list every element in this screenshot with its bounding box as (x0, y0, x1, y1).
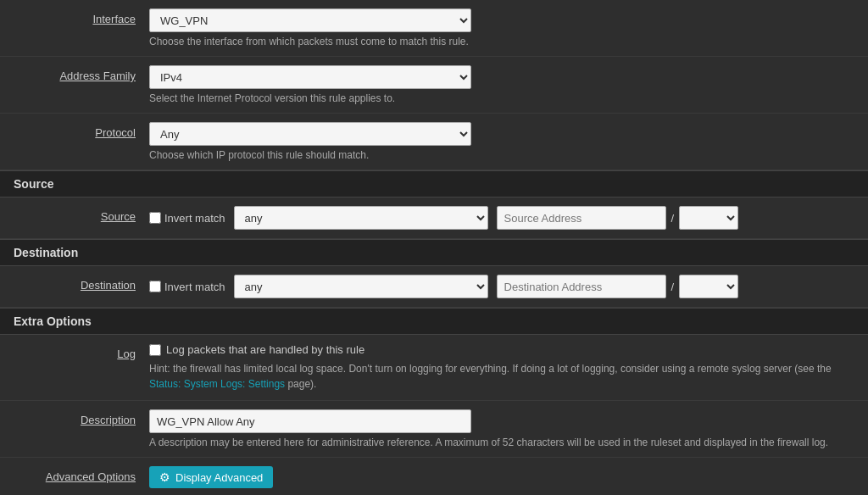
log-input-col: Log packets that are handled by this rul… (149, 343, 854, 392)
destination-input-col: Invert match any network single host or … (149, 275, 854, 298)
interface-input-col: WG_VPN Choose the interface from which p… (149, 8, 854, 47)
source-invert-label[interactable]: Invert match (149, 212, 225, 225)
protocol-input-col: Any Choose which IP protocol this rule s… (149, 122, 854, 161)
destination-mask-select[interactable] (679, 275, 738, 298)
address-family-row: Address Family IPv4 Select the Internet … (0, 57, 868, 114)
source-invert-checkbox[interactable] (149, 212, 161, 224)
source-inline-row: Invert match any network single host or … (149, 206, 854, 230)
source-address-group: / (497, 206, 739, 230)
destination-type-select[interactable]: any network single host or alias (234, 275, 488, 298)
advanced-options-label: Advanced Options (14, 466, 149, 483)
address-family-help: Select the Internet Protocol version thi… (149, 92, 854, 104)
destination-row: Destination Invert match any network sin… (0, 266, 868, 308)
source-input-col: Invert match any network single host or … (149, 206, 854, 230)
address-family-label: Address Family (14, 65, 149, 82)
advanced-options-row: Advanced Options ⚙ Display Advanced (0, 458, 868, 495)
log-label: Log (14, 343, 149, 360)
description-help: A description may be entered here for ad… (149, 437, 854, 448)
source-type-select[interactable]: any network single host or alias (234, 206, 488, 230)
protocol-select[interactable]: Any (149, 122, 471, 146)
source-address-input[interactable] (497, 206, 666, 230)
destination-address-input[interactable] (497, 275, 666, 298)
display-advanced-button[interactable]: ⚙ Display Advanced (149, 466, 273, 488)
description-input-col: A description may be entered here for ad… (149, 409, 854, 448)
protocol-help: Choose which IP protocol this rule shoul… (149, 149, 854, 161)
advanced-options-input-col: ⚙ Display Advanced (149, 466, 854, 488)
description-row: Description A description may be entered… (0, 401, 868, 458)
address-family-input-col: IPv4 Select the Internet Protocol versio… (149, 65, 854, 104)
log-checkbox[interactable] (149, 344, 161, 356)
protocol-row: Protocol Any Choose which IP protocol th… (0, 114, 868, 170)
log-hint-link[interactable]: Status: System Logs: Settings (149, 378, 285, 390)
destination-invert-checkbox[interactable] (149, 281, 161, 292)
source-row: Source Invert match any network single h… (0, 197, 868, 239)
log-row: Log Log packets that are handled by this… (0, 335, 868, 401)
destination-invert-label[interactable]: Invert match (149, 281, 225, 293)
description-input[interactable] (149, 409, 471, 433)
description-label: Description (14, 409, 149, 426)
destination-address-group: / (497, 275, 739, 298)
log-hint: Hint: the firewall has limited local log… (149, 361, 854, 392)
interface-select[interactable]: WG_VPN (149, 8, 471, 32)
source-mask-select[interactable] (679, 206, 738, 230)
interface-help: Choose the interface from which packets … (149, 36, 854, 47)
gear-icon: ⚙ (159, 470, 170, 484)
destination-inline-row: Invert match any network single host or … (149, 275, 854, 298)
extra-options-section-header: Extra Options (0, 308, 868, 335)
destination-label: Destination (14, 275, 149, 292)
log-check-label[interactable]: Log packets that are handled by this rul… (149, 343, 854, 356)
interface-label: Interface (14, 8, 149, 25)
address-family-select[interactable]: IPv4 (149, 65, 471, 89)
interface-row: Interface WG_VPN Choose the interface fr… (0, 0, 868, 57)
source-section-header: Source (0, 170, 868, 197)
destination-section-header: Destination (0, 239, 868, 266)
protocol-label: Protocol (14, 122, 149, 139)
source-label: Source (14, 206, 149, 223)
